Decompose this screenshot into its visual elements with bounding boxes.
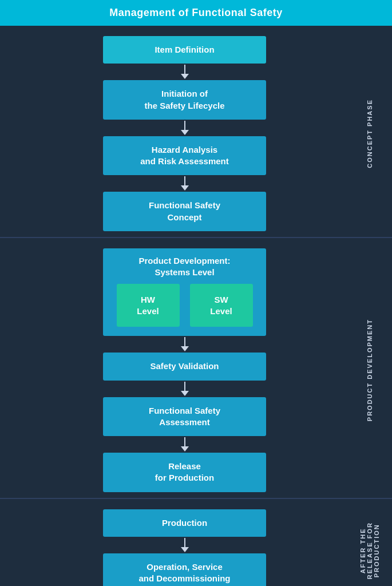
section-after: Production Operation, Serviceand Decommi… [0,499,392,587]
initiation-text: Initiation ofthe Safety Lifecycle [144,89,224,110]
product-dev-text: Product Development:Systems Level [138,256,230,277]
arrow-line-3 [184,176,185,185]
release-text: Releasefor Production [155,461,214,482]
production-box: Production [103,509,266,537]
arrow-head-7 [181,547,189,552]
fsa-box: Functional SafetyAssessment [103,397,266,437]
header-bar: Management of Functional Safety [0,0,392,26]
hw-level-box: HWLevel [117,284,180,327]
arrow-head-5 [181,391,189,396]
safety-validation-box: Safety Validation [103,353,266,380]
hw-label: HWLevel [137,295,159,316]
arrow-line-7 [184,538,185,547]
arrow-7 [181,538,189,552]
concept-label-col: CONCEPT PHASE [352,36,392,231]
product-label-col: PRODUCT DEVELOPMENT [352,248,392,492]
arrow-line [184,65,185,74]
arrow-6 [181,437,189,452]
operation-text: Operation, Serviceand Decommissioning [138,562,230,583]
arrow-head-6 [181,446,189,452]
arrow-3 [181,176,189,191]
concept-flow: Item Definition Initiation ofthe Safety … [0,36,352,231]
fsc-text: Functional SafetyConcept [149,200,220,221]
concept-phase-label: CONCEPT PHASE [366,99,373,168]
section-concept: Item Definition Initiation ofthe Safety … [0,26,392,238]
hazard-box: Hazard Analysisand Risk Assessment [103,136,266,176]
fsa-text: Functional SafetyAssessment [149,406,220,427]
diagram-wrapper: Management of Functional Safety Item Def… [0,0,392,586]
operation-box: Operation, Serviceand Decommissioning [103,553,266,586]
arrow-line-6 [184,437,185,446]
production-text: Production [162,518,207,528]
arrow-2 [181,121,189,135]
product-dev-box: Product Development:Systems Level HWLeve… [103,248,266,336]
header-title: Management of Functional Safety [109,7,283,18]
after-label-col: AFTER THERELEASE FORPRODUCTION [352,509,392,587]
arrow-head-4 [181,346,189,351]
sw-label: SWLevel [210,295,232,316]
arrow-line-2 [184,121,185,130]
arrow-4 [181,337,189,351]
safety-validation-text: Safety Validation [150,361,219,371]
arrow-head-2 [181,130,189,135]
after-flow: Production Operation, Serviceand Decommi… [0,509,352,587]
main-content: Item Definition Initiation ofthe Safety … [0,26,392,586]
arrow-5 [181,382,189,396]
arrow-line-5 [184,382,185,391]
hw-sw-row: HWLevel SWLevel [113,278,256,330]
section-product: Product Development:Systems Level HWLeve… [0,238,392,499]
hazard-text: Hazard Analysisand Risk Assessment [140,145,229,166]
arrow-1 [181,65,189,79]
product-flow: Product Development:Systems Level HWLeve… [0,248,352,492]
arrow-line-4 [184,337,185,346]
initiation-box: Initiation ofthe Safety Lifecycle [103,80,266,120]
sw-level-box: SWLevel [190,284,253,327]
item-definition-box: Item Definition [103,36,266,64]
arrow-head [181,74,189,79]
fsc-box: Functional SafetyConcept [103,192,266,231]
arrow-head-3 [181,185,189,191]
after-label: AFTER THERELEASE FORPRODUCTION [359,522,380,579]
product-dev-label: PRODUCT DEVELOPMENT [366,319,373,421]
release-box: Releasefor Production [103,453,266,492]
